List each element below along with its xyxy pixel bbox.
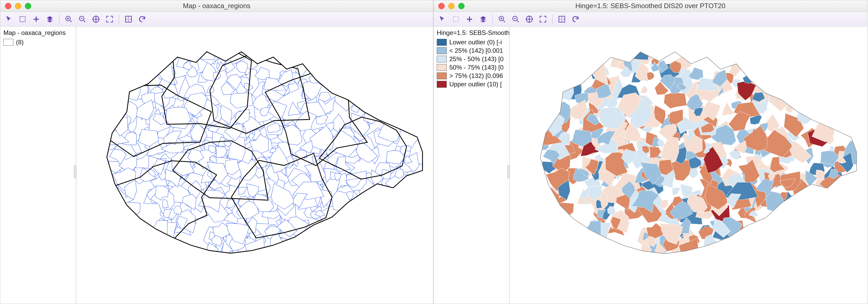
map-svg-left	[82, 32, 428, 272]
close-icon[interactable]	[438, 3, 445, 9]
window-title-left: Map - oaxaca_regions	[0, 2, 433, 10]
legend-item[interactable]: (8)	[3, 38, 73, 46]
select-rect-icon	[450, 14, 462, 24]
toolbar-separator	[59, 14, 60, 24]
refresh-icon[interactable]	[569, 14, 582, 24]
fit-extent-icon[interactable]	[537, 14, 549, 24]
layers-icon[interactable]	[44, 14, 56, 24]
legend-items-right: Lower outlier (0) [-i< 25% (142) [0.0012…	[437, 38, 506, 88]
titlebar-right: Hinge=1.5: SEBS-Smoothed DIS20 over PTOT…	[434, 0, 867, 12]
legend-swatch	[437, 81, 447, 88]
map-svg-right	[515, 32, 862, 273]
add-layer-icon[interactable]	[464, 14, 475, 24]
basemap-icon[interactable]	[122, 14, 134, 24]
close-icon[interactable]	[5, 3, 11, 9]
pointer-icon[interactable]	[436, 14, 448, 24]
map-canvas-right[interactable]	[509, 27, 867, 304]
zoom-out-icon[interactable]	[76, 14, 88, 24]
pan-icon[interactable]	[523, 14, 535, 24]
workarea-left: Map - oaxaca_regions (8)	[0, 27, 433, 304]
window-controls	[434, 3, 465, 9]
legend-label: 50% - 75% (143) [0	[450, 64, 504, 71]
svg-rect-5	[453, 17, 459, 22]
legend-panel-left: Map - oaxaca_regions (8)	[0, 27, 76, 304]
map-window-choropleth: Hinge=1.5: SEBS-Smoothed DIS20 over PTOT…	[433, 0, 867, 304]
minimize-icon[interactable]	[448, 3, 455, 9]
legend-swatch	[437, 56, 447, 62]
zoom-in-icon[interactable]	[63, 14, 75, 24]
maximize-icon[interactable]	[458, 3, 465, 9]
toolbar-right	[434, 12, 867, 27]
toolbar-left	[0, 12, 433, 27]
svg-rect-0	[20, 17, 25, 22]
refresh-icon[interactable]	[136, 14, 148, 24]
pan-icon[interactable]	[90, 14, 102, 24]
legend-title-right: Hinge=1.5: SEBS-Smooth	[437, 29, 506, 36]
legend-item[interactable]: 25% - 50% (143) [0	[437, 55, 506, 63]
legend-label: > 75% (132) [0.096	[450, 72, 503, 80]
fit-extent-icon[interactable]	[103, 14, 116, 24]
maximize-icon[interactable]	[25, 3, 31, 9]
add-layer-icon[interactable]	[30, 14, 42, 24]
legend-swatch	[437, 73, 447, 79]
legend-label: (8)	[16, 38, 24, 46]
legend-label: Upper outlier (10) [	[450, 81, 502, 88]
legend-item[interactable]: Upper outlier (10) [	[437, 81, 506, 88]
zoom-in-icon[interactable]	[496, 14, 508, 24]
toolbar-separator	[552, 14, 553, 24]
select-rect-icon[interactable]	[17, 14, 29, 24]
map-window-regions: Map - oaxaca_regions Map - oaxaca_region…	[0, 0, 433, 304]
titlebar-left: Map - oaxaca_regions	[0, 0, 433, 12]
legend-swatch	[437, 47, 447, 54]
window-title-right: Hinge=1.5: SEBS-Smoothed DIS20 over PTOT…	[434, 2, 867, 10]
window-controls	[0, 3, 31, 9]
legend-title-left: Map - oaxaca_regions	[3, 29, 73, 36]
legend-items-left: (8)	[3, 38, 73, 46]
legend-item[interactable]: Lower outlier (0) [-i	[437, 38, 506, 46]
legend-item[interactable]: < 25% (142) [0.001	[437, 47, 506, 54]
legend-item[interactable]: 50% - 75% (143) [0	[437, 64, 506, 71]
minimize-icon[interactable]	[15, 3, 21, 9]
pointer-icon[interactable]	[3, 14, 15, 24]
layers-icon[interactable]	[477, 14, 489, 24]
legend-swatch	[437, 64, 447, 71]
legend-swatch	[437, 39, 447, 46]
legend-label: Lower outlier (0) [-i	[450, 38, 502, 46]
toolbar-separator	[119, 14, 119, 24]
legend-label: < 25% (142) [0.001	[450, 47, 503, 54]
legend-label: 25% - 50% (143) [0	[450, 55, 504, 63]
map-canvas-left[interactable]	[76, 27, 433, 304]
basemap-icon[interactable]	[556, 14, 568, 24]
toolbar-separator	[492, 14, 493, 24]
legend-item[interactable]: > 75% (132) [0.096	[437, 72, 506, 80]
zoom-out-icon[interactable]	[509, 14, 522, 24]
legend-panel-right: Hinge=1.5: SEBS-Smooth Lower outlier (0)…	[434, 27, 509, 304]
workarea-right: Hinge=1.5: SEBS-Smooth Lower outlier (0)…	[434, 27, 867, 304]
legend-swatch	[3, 39, 13, 46]
